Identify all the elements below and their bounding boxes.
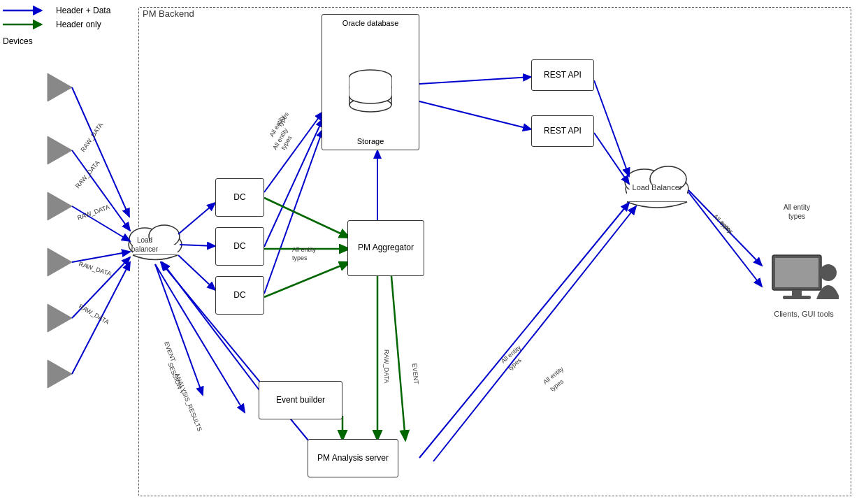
legend-devices-label: Devices	[3, 36, 110, 46]
pm-aggregator-box: PM Aggregator	[347, 220, 424, 276]
pm-analysis-box: PM Analysis server	[308, 439, 398, 477]
svg-line-28	[72, 262, 130, 374]
event-builder-box: Event builder	[259, 381, 342, 419]
oracle-db-label: Oracle database	[322, 19, 419, 27]
svg-rect-81	[349, 77, 391, 87]
db-icon	[346, 63, 395, 119]
svg-line-26	[72, 252, 130, 262]
storage-container: Oracle database Storage	[322, 14, 419, 150]
monitor-person-icon	[769, 252, 839, 311]
svg-text:RAW_DATA: RAW_DATA	[74, 159, 101, 189]
svg-marker-3	[48, 136, 72, 164]
svg-rect-85	[775, 258, 818, 287]
clients-gui-tools: Clients, GUI tools	[762, 252, 846, 318]
diagram-container: Header + Data Header only Devices PM Bac…	[0, 0, 866, 504]
clients-label: Clients, GUI tools	[762, 310, 846, 318]
rest-api-1-box: REST API	[531, 59, 594, 91]
dc-2-box: DC	[215, 227, 264, 266]
legend: Header + Data Header only Devices	[3, 6, 110, 46]
legend-header-only-label: Header only	[56, 20, 101, 29]
blue-arrow-icon	[3, 6, 52, 15]
green-arrow-icon	[3, 20, 52, 29]
svg-marker-7	[48, 360, 72, 388]
svg-point-88	[820, 264, 837, 281]
legend-header-data: Header + Data	[3, 6, 110, 15]
legend-header-data-label: Header + Data	[56, 6, 110, 15]
svg-marker-5	[48, 248, 72, 276]
svg-marker-4	[48, 192, 72, 220]
svg-line-27	[72, 257, 130, 318]
svg-text:RAW_DATA: RAW_DATA	[78, 260, 112, 277]
dc-1-box: DC	[215, 178, 264, 217]
legend-header-only: Header only	[3, 20, 110, 29]
svg-text:RAW_DATA: RAW_DATA	[76, 203, 110, 222]
svg-text:RAW_DATA: RAW_DATA	[78, 303, 110, 326]
svg-line-25	[72, 206, 130, 241]
svg-line-23	[72, 87, 129, 217]
storage-label: Storage	[322, 137, 419, 145]
rest-api-2-box: REST API	[531, 115, 594, 147]
svg-text:RAW_DATA: RAW_DATA	[79, 122, 104, 153]
svg-line-24	[72, 150, 130, 231]
svg-marker-2	[48, 73, 72, 101]
dc-3-box: DC	[215, 276, 264, 315]
svg-rect-87	[783, 296, 811, 299]
pm-backend-label: PM Backend	[143, 8, 194, 19]
svg-rect-83	[349, 87, 391, 96]
svg-marker-6	[48, 304, 72, 332]
